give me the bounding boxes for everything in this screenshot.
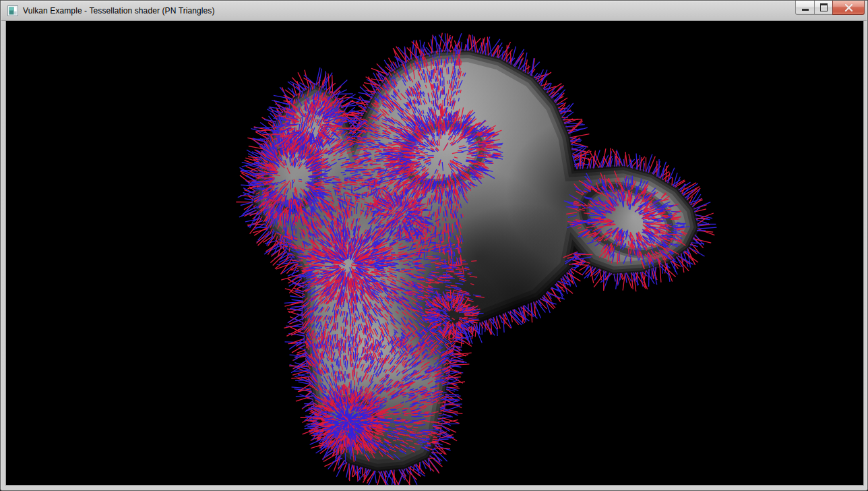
render-viewport — [6, 21, 863, 485]
maximize-icon — [820, 3, 828, 11]
render-canvas[interactable] — [6, 21, 863, 485]
title-bar[interactable]: Vulkan Example - Tessellation shader (PN… — [1, 1, 867, 21]
close-button[interactable] — [832, 1, 865, 15]
maximize-button[interactable] — [814, 1, 833, 15]
window-title: Vulkan Example - Tessellation shader (PN… — [23, 6, 215, 16]
minimize-button[interactable] — [795, 1, 815, 15]
minimize-icon — [802, 9, 809, 11]
window-controls — [795, 1, 865, 15]
close-icon — [844, 4, 853, 11]
vulkan-app-icon[interactable] — [7, 5, 18, 16]
window-frame: Vulkan Example - Tessellation shader (PN… — [0, 0, 868, 491]
